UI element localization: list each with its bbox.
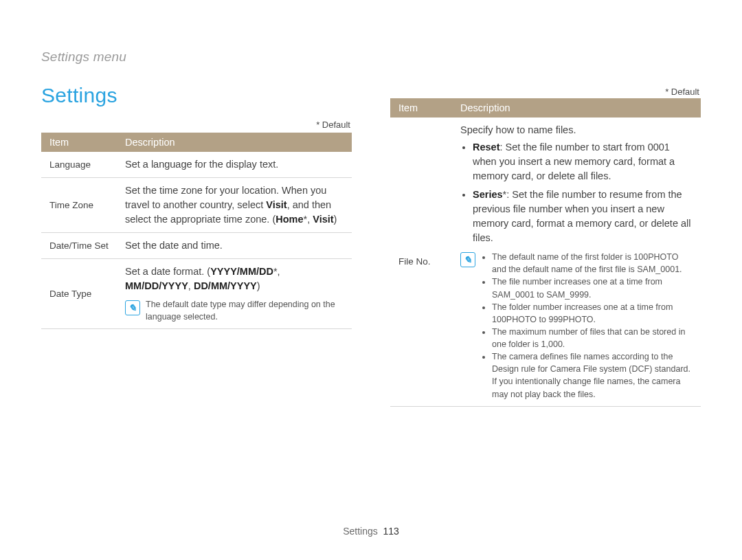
desc-timezone: Set the time zone for your location. Whe… (117, 178, 352, 233)
table-header-row: Item Description (390, 98, 701, 117)
item-timezone: Time Zone (41, 178, 117, 233)
text: Set a date format. ( (125, 266, 210, 277)
table-row: Date Type Set a date format. (YYYY/MM/DD… (41, 259, 352, 329)
item-fileno: File No. (390, 117, 452, 406)
list-item: The camera defines file names according … (492, 350, 694, 401)
text: , (188, 280, 194, 291)
desc-language: Set a language for the display text. (117, 152, 352, 178)
list-item: The folder number increases one at a tim… (492, 301, 694, 326)
note-block: ✎ The default name of the first folder i… (460, 251, 694, 401)
settings-table-left: Item Description Language Set a language… (41, 133, 352, 329)
text: *, (273, 266, 280, 277)
list-item: The maximum number of files that can be … (492, 326, 694, 350)
th-item: Item (390, 98, 452, 117)
bold-opt: YYYY/MM/DD (210, 266, 273, 277)
text: : Set the file number to start from 0001… (473, 142, 675, 181)
bold-home: Home (276, 214, 303, 225)
text: ) (257, 280, 260, 291)
table-row: Date/Time Set Set the date and time. (41, 233, 352, 259)
desc-datetype: Set a date format. (YYYY/MM/DD*, MM/DD/Y… (117, 259, 352, 329)
list-item: Reset: Set the file number to start from… (473, 140, 694, 183)
footer-section: Settings (343, 526, 378, 537)
bold-opt: DD/MM/YYYY (194, 280, 257, 291)
th-description: Description (452, 98, 701, 117)
breadcrumb: Settings menu (41, 49, 701, 65)
settings-table-right: Item Description File No. Specify how to… (390, 98, 701, 407)
desc-datetime: Set the date and time. (117, 233, 352, 259)
table-row: Time Zone Set the time zone for your loc… (41, 178, 352, 233)
note-list: The default name of the first folder is … (481, 251, 694, 401)
bold-series: Series (473, 189, 503, 200)
item-language: Language (41, 152, 117, 178)
bold-visit: Visit (266, 199, 286, 210)
table-header-row: Item Description (41, 133, 352, 152)
item-datetime: Date/Time Set (41, 233, 117, 259)
text: *, (304, 214, 313, 225)
text: ) (334, 214, 337, 225)
list-item: Series*: Set the file number to resume f… (473, 188, 694, 245)
note-icon: ✎ (460, 252, 475, 267)
table-row: Language Set a language for the display … (41, 152, 352, 178)
bold-opt: MM/DD/YYYY (125, 280, 188, 291)
default-note-right: * Default (390, 87, 699, 97)
list-item: The file number increases one at a time … (492, 276, 694, 300)
note-icon: ✎ (125, 300, 140, 315)
bold-visit: Visit (313, 214, 333, 225)
default-note-left: * Default (41, 120, 350, 130)
table-row: File No. Specify how to name files. Rese… (390, 117, 701, 406)
list-item: The default name of the first folder is … (492, 251, 694, 276)
th-item: Item (41, 133, 117, 152)
lead-text: Specify how to name files. (460, 123, 694, 137)
page-footer: Settings 113 (0, 526, 742, 537)
page-title: Settings (41, 84, 352, 107)
footer-page-number: 113 (383, 526, 399, 537)
item-datetype: Date Type (41, 259, 117, 329)
bold-reset: Reset (473, 142, 500, 153)
note-block: ✎ The default date type may differ depen… (125, 299, 345, 323)
desc-fileno: Specify how to name files. Reset: Set th… (452, 117, 701, 406)
note-text: The default date type may differ dependi… (146, 299, 345, 323)
bullet-list: Reset: Set the file number to start from… (460, 140, 694, 245)
th-description: Description (117, 133, 352, 152)
